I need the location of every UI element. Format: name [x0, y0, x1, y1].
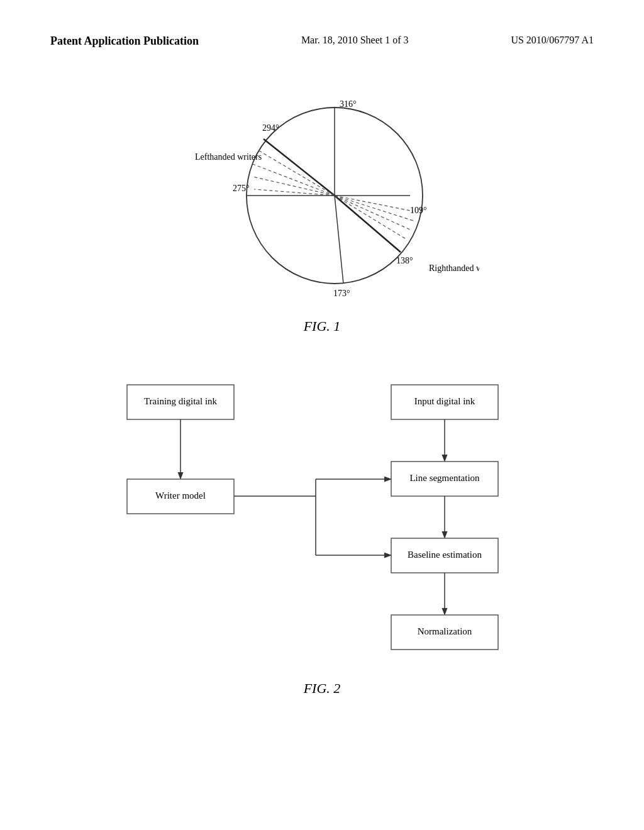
angle-294-label: 294° [262, 123, 279, 133]
righthanded-label: Righthanded writers [429, 263, 479, 273]
lineseg-text: Line segmentation [409, 473, 480, 483]
fig1-container: 316° 294° 275° 173° 138° 109° Lefthanded… [165, 79, 479, 312]
input-text: Input digital ink [414, 396, 475, 406]
training-text: Training digital ink [144, 396, 218, 406]
fig2-container: Training digital ink Writer model Input … [108, 360, 536, 674]
fig2-diagram: Training digital ink Writer model Input … [108, 360, 536, 674]
angle-109-label: 109° [410, 206, 427, 215]
angle-138-label: 138° [396, 256, 413, 265]
writer-model-text: Writer model [155, 490, 206, 501]
fig2-caption: FIG. 2 [304, 680, 341, 697]
page: Patent Application Publication Mar. 18, … [0, 0, 644, 830]
lefthanded-label: Lefthanded writers [195, 152, 262, 162]
header-publication-label: Patent Application Publication [50, 35, 199, 48]
fig1-section: 316° 294° 275° 173° 138° 109° Lefthanded… [133, 79, 511, 335]
angle-275-label: 275° [233, 184, 250, 193]
angle-173-label: 173° [333, 289, 350, 298]
baseline-text: Baseline estimation [408, 550, 482, 560]
fig2-section: Training digital ink Writer model Input … [102, 360, 542, 697]
angle-316-label: 316° [340, 99, 357, 109]
header: Patent Application Publication Mar. 18, … [0, 0, 644, 60]
header-date-sheet: Mar. 18, 2010 Sheet 1 of 3 [301, 35, 409, 46]
normalization-text: Normalization [418, 626, 472, 636]
fig1-caption: FIG. 1 [304, 318, 341, 335]
fig1-diagram: 316° 294° 275° 173° 138° 109° Lefthanded… [165, 79, 479, 312]
header-patent-number: US 2010/067797 A1 [511, 35, 594, 46]
